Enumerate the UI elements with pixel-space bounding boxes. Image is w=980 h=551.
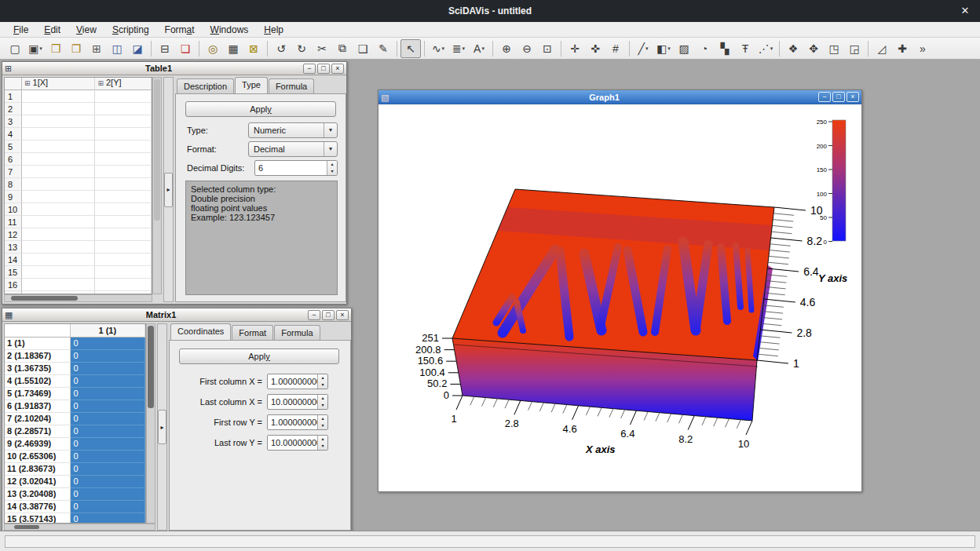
matrix-cell-selected[interactable]: 0 (71, 375, 145, 388)
table-cell[interactable] (22, 140, 95, 153)
cursor-grid-icon[interactable]: # (605, 39, 626, 58)
table1-row-number[interactable]: 7 (5, 166, 22, 178)
table-cell[interactable] (95, 140, 152, 153)
table1-row-number[interactable]: 14 (5, 254, 22, 266)
graph1-close-button[interactable]: × (847, 92, 859, 102)
table1-titlebar[interactable]: ⊞ Table1 − □ × (2, 62, 346, 75)
matrix1-row-header[interactable]: 13 (3.20408) (5, 488, 71, 501)
matrix1-tab-coordinates[interactable]: Coordinates (170, 323, 231, 340)
collapse-arrow-icon[interactable]: ▸ (158, 410, 166, 444)
table-cell[interactable] (95, 254, 152, 266)
table-cell[interactable] (22, 216, 95, 228)
matrix-cell-selected[interactable]: 0 (71, 476, 145, 488)
format-combobox[interactable]: Decimal ▾ (248, 141, 338, 157)
matrix-cell-selected[interactable]: 0 (71, 438, 145, 451)
spinner-arrows-icon[interactable]: ▴▾ (317, 436, 327, 450)
table-cell[interactable] (95, 178, 152, 191)
line-style-icon[interactable]: ≣▾ (448, 39, 469, 58)
matrix1-row-header[interactable]: 9 (2.46939) (5, 438, 71, 451)
app-titlebar[interactable]: SciDAVis - untitled ✕ (0, 0, 980, 22)
matrix1-row-header[interactable]: 10 (2.65306) (5, 451, 71, 463)
open-project-icon[interactable]: ❒ (46, 39, 66, 58)
menu-item-help[interactable]: Help (257, 23, 291, 37)
table1-row-number[interactable]: 5 (5, 140, 22, 153)
table-cell[interactable] (95, 128, 152, 140)
table1-row-number[interactable]: 8 (5, 178, 22, 191)
table1-row-number[interactable]: 9 (5, 191, 22, 203)
table-cell[interactable] (22, 90, 95, 103)
table1-row-number[interactable]: 12 (5, 228, 22, 241)
table-cell[interactable] (22, 191, 95, 203)
duplicate-window-icon[interactable]: ◲ (844, 39, 865, 58)
matrix1-row-header[interactable]: 12 (3.02041) (5, 476, 71, 488)
matrix1-row-header[interactable]: 5 (1.73469) (5, 388, 71, 400)
edit-icon[interactable]: ✎ (373, 39, 393, 58)
table1-grid[interactable]: ⊞ 1[X]⊞ 2[Y]1234567891011121314151617 (4, 77, 152, 294)
matrix1-apply-button[interactable]: Apply (179, 348, 339, 364)
table1-row-number[interactable]: 15 (5, 266, 22, 279)
pointer-icon[interactable]: ↖ (400, 39, 421, 58)
matrix1-maximize-button[interactable]: □ (322, 310, 335, 320)
table1-row-number[interactable]: 13 (5, 241, 22, 254)
table-cell[interactable] (22, 166, 95, 178)
cut-icon[interactable]: ✂ (312, 39, 332, 58)
project-explorer-icon[interactable]: ◎ (203, 39, 223, 58)
matrix-cell-selected[interactable]: 0 (71, 388, 145, 400)
contour-3d-icon[interactable]: ✥ (803, 39, 824, 58)
add-column-icon[interactable]: ✚ (892, 39, 912, 58)
matrix1-row-header[interactable]: 2 (1.18367) (5, 350, 71, 363)
matrix1-hscroll-thumb[interactable] (14, 525, 39, 529)
zoom-in-icon[interactable]: ⊕ (496, 39, 517, 58)
box-plot-icon[interactable]: Ŧ (735, 39, 755, 58)
copy-icon[interactable]: ⧉ (332, 39, 353, 58)
graph1-maximize-button[interactable]: □ (832, 92, 845, 102)
table1-maximize-button[interactable]: □ (317, 64, 330, 74)
table-cell[interactable] (95, 266, 152, 279)
pie-chart-icon[interactable]: ◔ (694, 39, 715, 58)
spinner-arrows-icon[interactable]: ▴▾ (327, 161, 337, 175)
table-cell[interactable] (95, 153, 152, 166)
graph1-titlebar[interactable]: ▧ Graph1 − □ × (378, 90, 861, 104)
app-close-icon[interactable]: ✕ (958, 5, 972, 16)
redo-icon[interactable]: ↻ (291, 39, 312, 58)
add-chart-icon[interactable]: ◧▾ (653, 39, 674, 58)
table-cell[interactable] (95, 166, 152, 178)
menu-item-format[interactable]: Format (158, 23, 202, 37)
menu-item-windows[interactable]: Windows (203, 23, 256, 37)
export-pdf-icon[interactable]: ❏ (175, 39, 196, 58)
coordinate-spinbox[interactable]: 1.000000000▴▾ (267, 414, 328, 430)
print-icon[interactable]: ⊟ (155, 39, 175, 58)
table1-hscroll-thumb[interactable] (11, 296, 78, 301)
table1-tab-type[interactable]: Type (235, 77, 268, 93)
table-cell[interactable] (22, 203, 95, 216)
matrix1-row-header[interactable]: 1 (1) (5, 338, 71, 350)
matrix1-tab-format[interactable]: Format (232, 325, 273, 340)
table1-tab-description[interactable]: Description (177, 78, 234, 93)
matrix-cell-selected[interactable]: 0 (71, 413, 145, 425)
draw-line-icon[interactable]: ╱▾ (633, 39, 653, 58)
spinner-arrows-icon[interactable]: ▴▾ (317, 374, 327, 389)
coordinate-spinbox[interactable]: 10.00000000▴▾ (267, 394, 328, 410)
table1-hscrollbar[interactable] (4, 294, 152, 302)
table-cell[interactable] (22, 128, 95, 140)
histogram-icon[interactable]: ▚ (715, 39, 735, 58)
table-cell[interactable] (22, 279, 95, 291)
resize-layer-icon[interactable]: ◿ (872, 39, 892, 58)
lock-icon[interactable]: ⊠ (243, 39, 264, 58)
table-cell[interactable] (95, 203, 152, 216)
table-cell[interactable] (22, 254, 95, 266)
matrix-cell-selected[interactable]: 0 (71, 501, 145, 513)
table1-row-number[interactable]: 11 (5, 216, 22, 228)
table1-column-header[interactable]: ⊞ 1[X] (22, 78, 95, 90)
matrix1-row-header[interactable]: 7 (2.10204) (5, 413, 71, 425)
table1-row-number[interactable]: 3 (5, 115, 22, 128)
matrix1-tab-formula[interactable]: Formula (274, 325, 320, 340)
matrix1-row-header[interactable]: 4 (1.55102) (5, 375, 71, 388)
table1-row-number[interactable]: 4 (5, 128, 22, 140)
plot-canvas[interactable]: 251200.8150.6100.450.2012.84.66.48.210X … (378, 104, 861, 491)
matrix1-close-button[interactable]: × (336, 310, 349, 320)
new-aspect-icon[interactable]: ▣▾ (25, 39, 46, 58)
rescale-icon[interactable]: ⊡ (537, 39, 558, 58)
curve-style-icon[interactable]: ∿▾ (428, 39, 448, 58)
table1-vscrollbar[interactable] (152, 77, 162, 294)
